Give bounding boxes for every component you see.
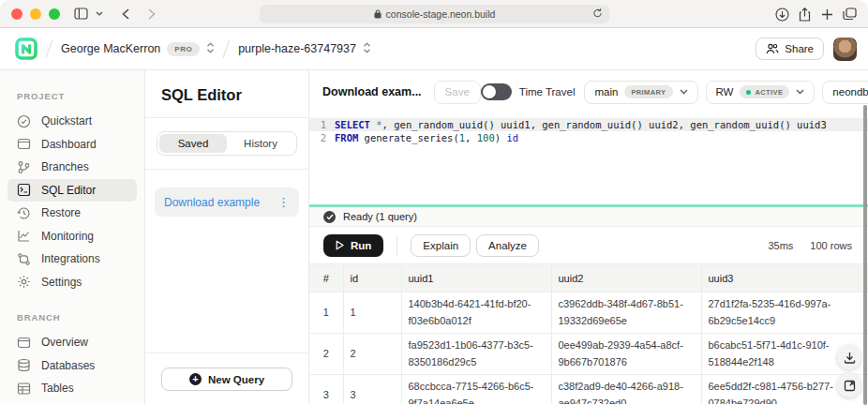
saved-query-item[interactable]: Download example ⋮ [155, 188, 299, 217]
table-header-row: # id uuid1 uuid2 uuid3 [309, 264, 868, 292]
sidebar-item-label: Branches [41, 160, 89, 173]
time-travel-toggle[interactable] [481, 83, 512, 100]
new-tab-icon[interactable] [816, 3, 838, 25]
reload-icon[interactable] [592, 8, 603, 21]
branch-name: main [594, 86, 618, 98]
close-window-button[interactable] [11, 8, 22, 20]
sidebar-toggle-icon[interactable] [69, 3, 92, 25]
page-title: SQL Editor [145, 70, 308, 117]
share-button[interactable]: Share [756, 38, 824, 60]
breadcrumb-project[interactable]: purple-haze-63747937 [238, 42, 371, 56]
zoom-window-button[interactable] [49, 8, 60, 20]
browser-window: console-stage.neon.build [0, 0, 868, 405]
org-selector-icon[interactable] [206, 42, 215, 56]
column-header[interactable]: # [309, 264, 343, 292]
sidebar-item-integrations[interactable]: Integrations [7, 248, 137, 271]
chart-icon [17, 229, 31, 243]
share-page-icon[interactable] [793, 3, 816, 25]
sidebar-item-quickstart[interactable]: Quickstart [7, 110, 137, 133]
breadcrumb-org[interactable]: George MacKerron PRO [61, 42, 215, 56]
sidebar-item-settings[interactable]: Settings [7, 271, 137, 294]
compute-name: RW [716, 86, 734, 98]
query-title: Download exam... [322, 85, 422, 98]
sql-editor-panel: SQL Editor Saved History Download exampl… [145, 70, 309, 404]
branch-dropdown[interactable]: main PRIMARY [584, 81, 697, 104]
window-icon [17, 137, 31, 151]
status-text: Ready (1 query) [343, 211, 417, 222]
lock-icon [374, 9, 382, 19]
sidebar-item-databases[interactable]: Databases [7, 354, 137, 378]
table-row[interactable]: 1 1 140b3b4d-6421-41fd-bf20-f03e6b0a012f… [309, 292, 868, 334]
save-button[interactable]: Save [434, 81, 481, 104]
table-row[interactable]: 3 3 68ccbcca-7715-4266-b6c5-9f7a14ea6e5e… [309, 375, 868, 405]
org-plan-badge: PRO [167, 42, 200, 56]
downloads-icon[interactable] [771, 3, 793, 25]
sidebar-item-label: Integrations [41, 252, 100, 265]
table-row[interactable]: 2 2 fa9523d1-1b06-4377-b3c5-8350186d29c5… [309, 334, 868, 375]
kebab-menu-icon[interactable]: ⋮ [277, 196, 290, 208]
cell-rownum: 2 [309, 334, 343, 375]
back-icon[interactable] [114, 3, 137, 25]
sidebar-item-monitoring[interactable]: Monitoring [7, 225, 137, 248]
breadcrumb-divider [46, 39, 53, 57]
column-header[interactable]: uuid1 [401, 264, 551, 292]
chevron-down-icon [796, 89, 804, 95]
address-bar[interactable]: console-stage.neon.build [260, 5, 609, 23]
cell-uuid3: 27d1f2fa-5235-416d-997a-6b29c5e14cc9 [701, 292, 868, 334]
download-results-button[interactable] [837, 345, 861, 369]
active-badge: ACTIVE [740, 85, 789, 98]
tab-history[interactable]: History [227, 134, 294, 153]
sidebar-item-dashboard[interactable]: Dashboard [7, 133, 137, 157]
sidebar-section-branch: BRANCH [0, 312, 144, 322]
people-icon [766, 43, 779, 54]
user-avatar[interactable] [833, 38, 857, 61]
column-header[interactable]: uuid2 [551, 264, 701, 292]
database-icon [17, 358, 31, 372]
sidebar-item-label: Tables [41, 382, 74, 395]
sidebar-item-restore[interactable]: Restore [7, 202, 137, 225]
plus-circle-icon: + [189, 373, 202, 385]
expand-results-button[interactable] [837, 373, 861, 398]
ready-check-icon [323, 211, 336, 223]
saved-query-name: Download example [164, 196, 260, 209]
cell-uuid2: c38f2ad9-de40-4266-a918-ae947c732ed0 [551, 375, 701, 405]
forward-icon[interactable] [141, 3, 163, 25]
sidebar-item-tables[interactable]: Tables [7, 377, 137, 400]
project-selector-icon[interactable] [363, 42, 371, 56]
minimize-window-button[interactable] [30, 8, 41, 20]
new-query-label: New Query [208, 374, 264, 385]
cell-id: 2 [343, 334, 401, 375]
column-header[interactable]: id [343, 264, 401, 292]
chevron-down-icon[interactable] [92, 3, 107, 25]
database-dropdown[interactable]: neondb [822, 81, 868, 104]
cell-rownum: 1 [309, 292, 343, 334]
time-travel-label: Time Travel [519, 86, 576, 98]
history-icon [17, 206, 31, 220]
sidebar-item-roles[interactable]: Roles [7, 400, 137, 405]
run-button[interactable]: Run [323, 234, 383, 257]
page-scrollbar[interactable] [863, 105, 867, 405]
new-query-button[interactable]: + New Query [161, 368, 292, 391]
compute-dropdown[interactable]: RW ACTIVE [706, 81, 816, 104]
tab-overview-icon[interactable] [838, 3, 861, 25]
sidebar-item-branches[interactable]: Branches [7, 156, 137, 179]
browser-chrome: console-stage.neon.build [0, 0, 868, 28]
gear-icon [17, 275, 31, 289]
editor-pane: Download exam... Save Time Travel main P… [309, 70, 868, 404]
explain-button[interactable]: Explain [411, 234, 471, 257]
column-header[interactable]: uuid3 [701, 264, 868, 292]
sidebar-section-project: PROJECT [0, 91, 144, 101]
sidebar-item-overview[interactable]: Overview [7, 331, 137, 354]
code-line-1[interactable]: 1 SELECT *, gen_random_uuid() uuid1, gen… [309, 118, 868, 131]
table-icon [17, 382, 31, 396]
analyze-button[interactable]: Analyze [476, 234, 539, 257]
cell-uuid2: c3962ddb-348f-4d67-8b51-19332d69e65e [551, 292, 701, 334]
sql-code-editor[interactable]: 1 SELECT *, gen_random_uuid() uuid1, gen… [309, 113, 868, 204]
neon-logo[interactable] [15, 38, 37, 60]
code-line-2[interactable]: 2 FROM generate_series(1, 100) id [309, 131, 868, 144]
sidebar-item-sql-editor[interactable]: SQL Editor [7, 179, 137, 202]
org-name: George MacKerron [61, 42, 160, 55]
tab-saved[interactable]: Saved [159, 134, 227, 153]
sidebar-item-label: SQL Editor [41, 184, 96, 197]
line-number: 2 [309, 131, 326, 144]
